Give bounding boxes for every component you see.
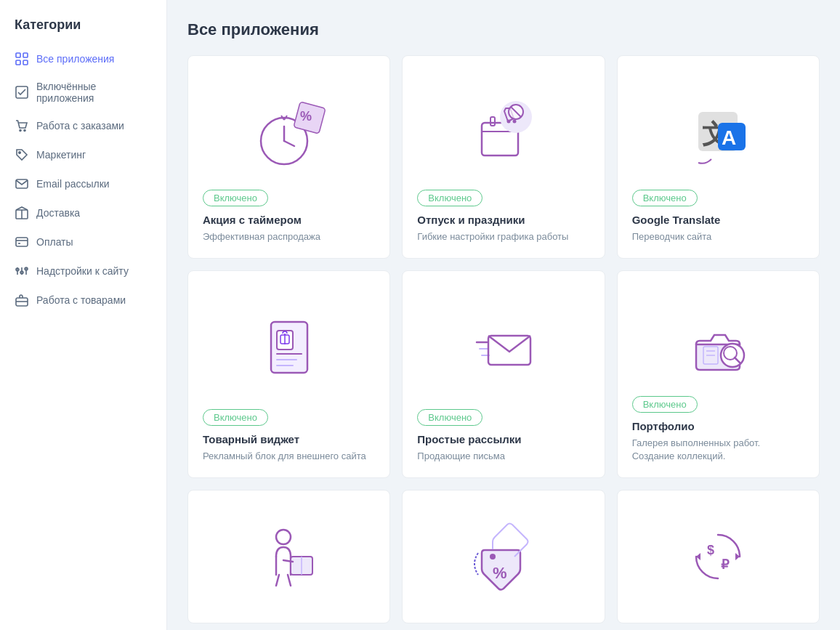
- app-card-discount[interactable]: %: [402, 490, 605, 623]
- status-badge-mailings: Включено: [417, 409, 482, 426]
- sidebar-item-label: Все приложения: [36, 53, 114, 65]
- svg-point-35: [512, 119, 516, 123]
- sliders-icon: [15, 264, 29, 278]
- app-card-delivery[interactable]: [187, 490, 390, 623]
- svg-text:%: %: [493, 564, 507, 582]
- sidebar-item-label: Включённые приложения: [36, 81, 152, 104]
- sidebar-item-label: Работа с заказами: [36, 120, 124, 132]
- app-card-google-translate[interactable]: 文 A Включено Google Translate Переводчик…: [617, 55, 820, 259]
- app-card-holidays[interactable]: Включено Отпуск и праздники Гибкие настр…: [402, 55, 605, 259]
- app-name-holidays: Отпуск и праздники: [417, 214, 589, 226]
- sidebar-item-label: Email рассылки: [36, 178, 110, 190]
- apps-grid: % Включено Акция с таймером Эффективная …: [187, 55, 820, 623]
- main-content: Все приложения % Включено Акция с таймер…: [167, 0, 840, 630]
- sidebar-item-email[interactable]: Email рассылки: [0, 169, 166, 198]
- svg-point-66: [490, 554, 496, 560]
- portfolio-icon: [632, 286, 804, 396]
- grid-icon: [15, 52, 29, 66]
- svg-rect-1: [23, 53, 28, 57]
- svg-point-34: [506, 119, 510, 123]
- svg-point-7: [19, 152, 20, 153]
- app-desc-translate: Переводчик сайта: [632, 230, 804, 243]
- app-desc-mailings: Продающие письма: [417, 450, 589, 463]
- app-card-timer-sale[interactable]: % Включено Акция с таймером Эффективная …: [187, 55, 390, 259]
- svg-rect-2: [16, 60, 20, 65]
- svg-line-24: [284, 141, 294, 146]
- holidays-icon: [417, 70, 589, 190]
- sidebar-item-label: Оплаты: [36, 236, 73, 248]
- currency-exchange-icon: $ ₽: [632, 505, 804, 608]
- app-card-product-widget[interactable]: Включено Товарный виджет Рекламный блок …: [187, 270, 390, 478]
- status-badge-holidays: Включено: [417, 190, 482, 206]
- credit-card-icon: [15, 235, 29, 249]
- delivery-person-icon: [203, 505, 375, 608]
- svg-line-64: [276, 575, 279, 586]
- svg-rect-0: [16, 53, 20, 57]
- sidebar-item-label: Работа с товарами: [36, 294, 126, 306]
- app-desc-product-widget: Рекламный блок для внешнего сайта: [203, 450, 375, 463]
- discount-tags-icon: %: [417, 505, 589, 608]
- app-name-mailings: Простые рассылки: [417, 433, 589, 445]
- sidebar-item-label: Маркетинг: [36, 149, 86, 161]
- svg-text:₽: ₽: [721, 557, 730, 572]
- app-card-currency[interactable]: $ ₽: [617, 490, 820, 623]
- app-desc-holidays: Гибкие настройки графика работы: [417, 230, 589, 243]
- app-card-portfolio[interactable]: Включено Портфолио Галерея выполненных р…: [617, 270, 820, 478]
- svg-text:A: A: [722, 126, 736, 149]
- app-card-mailings[interactable]: Включено Простые рассылки Продающие пись…: [402, 270, 605, 478]
- sidebar-item-delivery[interactable]: Доставка: [0, 198, 166, 227]
- app-desc-portfolio: Галерея выполненных работ. Создание колл…: [632, 437, 804, 463]
- google-translate-icon: 文 A: [632, 70, 804, 190]
- svg-rect-31: [490, 117, 495, 126]
- sidebar-item-marketing[interactable]: Маркетинг: [0, 140, 166, 169]
- check-square-icon: [15, 85, 29, 100]
- mail-icon: [15, 177, 29, 191]
- sidebar-item-enabled-apps[interactable]: Включённые приложения: [0, 73, 166, 111]
- app-name-portfolio: Портфолио: [632, 420, 804, 432]
- briefcase-icon: [15, 293, 29, 307]
- svg-point-6: [24, 130, 25, 132]
- svg-point-59: [276, 530, 291, 544]
- status-badge-translate: Включено: [632, 190, 698, 206]
- svg-text:%: %: [300, 109, 312, 124]
- timer-sale-icon: %: [203, 70, 375, 190]
- app-name-timer-sale: Акция с таймером: [203, 214, 375, 226]
- tag-icon: [15, 148, 29, 162]
- sidebar: Категории Все приложения Включённые прил…: [0, 0, 167, 630]
- mailings-icon: [417, 286, 589, 409]
- status-badge-portfolio: Включено: [632, 396, 698, 413]
- status-badge-timer-sale: Включено: [203, 190, 268, 206]
- svg-text:$: $: [707, 543, 714, 557]
- status-badge-product-widget: Включено: [203, 409, 268, 426]
- app-name-translate: Google Translate: [632, 214, 804, 226]
- product-widget-icon: [203, 286, 375, 409]
- sidebar-title: Категории: [0, 17, 166, 44]
- app-name-product-widget: Товарный виджет: [203, 433, 375, 445]
- page-title: Все приложения: [187, 20, 820, 39]
- svg-point-5: [20, 130, 21, 132]
- sidebar-item-payments[interactable]: Оплаты: [0, 227, 166, 257]
- sidebar-item-label: Надстройки к сайту: [36, 265, 129, 277]
- sidebar-item-site-tweaks[interactable]: Надстройки к сайту: [0, 257, 166, 286]
- app-desc-timer-sale: Эффективная распродажа: [203, 230, 375, 243]
- sidebar-item-all-apps[interactable]: Все приложения: [0, 44, 166, 73]
- svg-rect-3: [23, 60, 28, 65]
- cart-icon: [15, 118, 29, 133]
- sidebar-item-label: Доставка: [36, 207, 80, 219]
- svg-rect-11: [16, 238, 28, 246]
- box-icon: [15, 206, 29, 220]
- sidebar-item-products[interactable]: Работа с товарами: [0, 286, 166, 315]
- svg-line-65: [288, 575, 291, 586]
- sidebar-item-orders[interactable]: Работа с заказами: [0, 111, 166, 140]
